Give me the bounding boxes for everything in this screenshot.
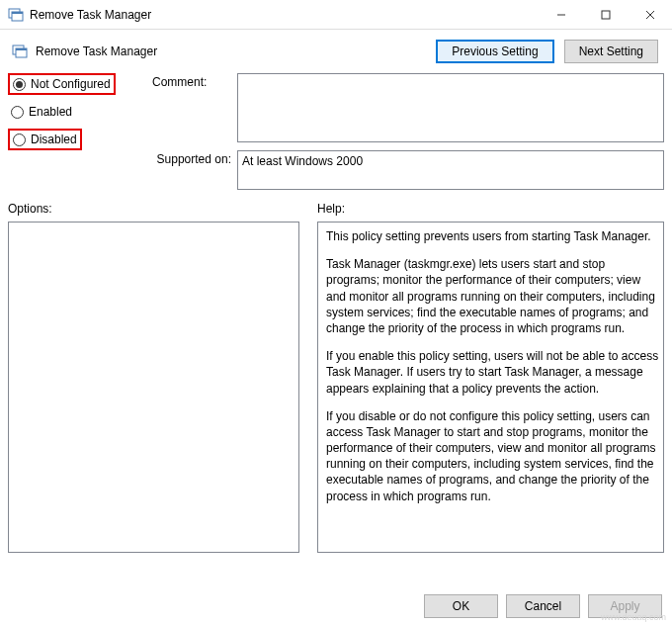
footer-buttons: OK Cancel Apply: [424, 594, 662, 618]
radio-dot-icon: [13, 78, 26, 91]
options-panel[interactable]: [8, 222, 299, 553]
policy-icon: [8, 7, 24, 23]
radio-label: Enabled: [29, 105, 72, 119]
ok-button[interactable]: OK: [424, 594, 498, 618]
svg-rect-9: [16, 48, 27, 50]
titlebar-left: Remove Task Manager: [8, 7, 151, 23]
help-column: Help: This policy setting prevents users…: [317, 202, 664, 553]
cancel-button[interactable]: Cancel: [506, 594, 580, 618]
svg-rect-2: [12, 12, 23, 14]
comment-label: Comment:: [152, 73, 231, 142]
window-buttons: [539, 0, 672, 29]
options-label: Options:: [8, 202, 299, 216]
policy-title: Remove Task Manager: [36, 45, 157, 58]
apply-button[interactable]: Apply: [588, 594, 662, 618]
help-text: This policy setting prevents users from …: [326, 228, 659, 244]
radio-label: Disabled: [31, 133, 77, 146]
lower-panels: Options: Help: This policy setting preve…: [8, 202, 664, 553]
radio-circle-icon: [13, 134, 26, 146]
state-radios: Not Configured Enabled Disabled: [8, 73, 146, 190]
radio-circle-icon: [11, 106, 24, 119]
previous-setting-button[interactable]: Previous Setting: [436, 40, 553, 63]
next-setting-button[interactable]: Next Setting: [564, 40, 658, 63]
help-panel[interactable]: This policy setting prevents users from …: [317, 222, 664, 553]
comment-textarea[interactable]: [237, 73, 664, 142]
window-title: Remove Task Manager: [30, 8, 151, 22]
header-row: Remove Task Manager Previous Setting Nex…: [8, 40, 664, 63]
radio-not-configured[interactable]: Not Configured: [8, 73, 116, 95]
policy-icon: [12, 44, 28, 59]
close-button[interactable]: [628, 0, 672, 29]
help-text: If you enable this policy setting, users…: [326, 348, 659, 397]
maximize-button[interactable]: [583, 0, 628, 29]
header-left: Remove Task Manager: [8, 44, 157, 59]
radio-disabled[interactable]: Disabled: [8, 129, 82, 150]
settings-grid: Not Configured Enabled Disabled Comment:…: [8, 73, 664, 190]
titlebar: Remove Task Manager: [0, 0, 672, 30]
radio-label: Not Configured: [31, 77, 111, 91]
svg-rect-4: [602, 11, 610, 19]
supported-on-textarea[interactable]: [237, 150, 664, 190]
help-label: Help:: [317, 202, 664, 216]
supported-on-label: Supported on:: [152, 150, 231, 190]
help-text: If you disable or do not configure this …: [326, 408, 659, 504]
options-column: Options:: [8, 202, 299, 553]
help-text: Task Manager (taskmgr.exe) lets users st…: [326, 256, 659, 336]
nav-buttons: Previous Setting Next Setting: [436, 40, 664, 63]
radio-enabled[interactable]: Enabled: [8, 103, 75, 121]
content-area: Remove Task Manager Previous Setting Nex…: [0, 30, 672, 561]
minimize-button[interactable]: [539, 0, 583, 29]
